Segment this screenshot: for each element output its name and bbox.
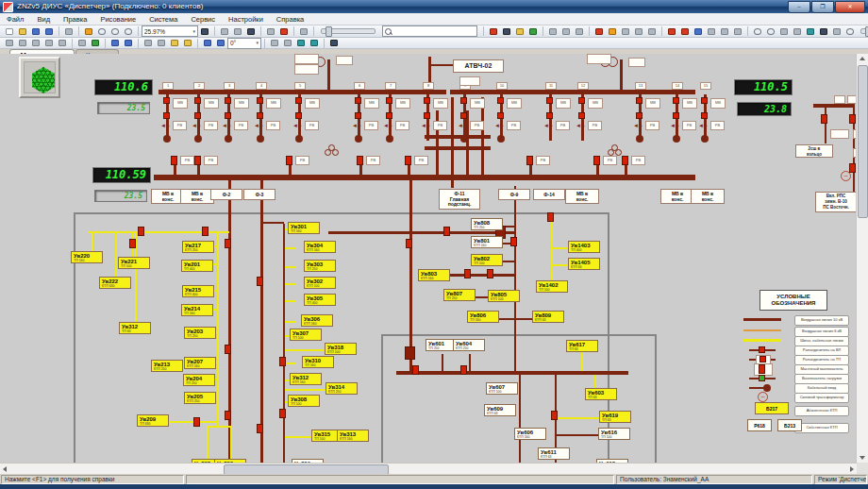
feeder-label-мв в[interactable]: МВ вконс. bbox=[180, 189, 214, 204]
text-red-icon[interactable] bbox=[666, 26, 677, 37]
feeder-label-ф-14[interactable]: Ф-14 bbox=[533, 189, 565, 200]
zoom-in-icon[interactable] bbox=[96, 26, 108, 37]
breaker-block-icon[interactable] bbox=[138, 227, 144, 236]
breaker-icon[interactable] bbox=[295, 97, 302, 104]
breaker-block-icon[interactable] bbox=[129, 239, 136, 248]
copy-icon[interactable] bbox=[156, 38, 167, 48]
breaker-icon[interactable] bbox=[424, 97, 430, 104]
cut-icon[interactable] bbox=[142, 38, 154, 48]
substation-node-ув616[interactable]: Ув616ТП 100 bbox=[598, 428, 630, 440]
view-slider[interactable] bbox=[321, 28, 376, 34]
substation-node-ув204[interactable]: Ув204ТП 250 bbox=[183, 374, 215, 386]
close-button[interactable]: ✕ bbox=[835, 1, 865, 13]
pan-hand-icon[interactable] bbox=[83, 26, 94, 37]
breaker-icon[interactable] bbox=[497, 97, 504, 104]
feeder-label-ф-11[interactable]: Ф-11Главнаяподстанц. bbox=[439, 189, 480, 210]
paste-special-icon[interactable] bbox=[182, 38, 193, 48]
substation-node-ув807[interactable]: Ув807ТП 250 bbox=[443, 289, 476, 301]
title-bar[interactable]: ZNZv5 ДИУС «Диспетчер» (Подключено: 0 кл… bbox=[0, 0, 868, 13]
disconnector-icon[interactable]: ◄► bbox=[383, 123, 392, 128]
substation-node-ув301[interactable]: Ув301ТП 160 bbox=[288, 222, 320, 234]
substation-node-ув310[interactable]: Ув310ТП 160 bbox=[302, 356, 334, 368]
substation-node-ув318[interactable]: Ув318КТП 100 bbox=[325, 343, 357, 355]
save-all-icon[interactable] bbox=[43, 26, 55, 37]
breaker-icon[interactable] bbox=[295, 112, 302, 119]
state-slash-icon[interactable] bbox=[844, 26, 856, 37]
nodes-icon[interactable] bbox=[527, 26, 539, 37]
substation-node-ув303[interactable]: Ув303ТП 250 bbox=[304, 260, 336, 272]
breaker-icon[interactable] bbox=[424, 112, 430, 119]
substation-node-ув619[interactable]: Ув619ТП 63 bbox=[599, 411, 631, 423]
print-preview-icon[interactable] bbox=[63, 26, 75, 37]
menu-item-2[interactable]: Вид bbox=[30, 15, 57, 24]
breaker-block-icon[interactable] bbox=[279, 409, 286, 418]
quick-search-input[interactable] bbox=[382, 25, 477, 37]
substation-node-ув809[interactable]: Ув809КТП 63 bbox=[532, 311, 564, 323]
feeder-label-ф-3[interactable]: Ф-3 bbox=[243, 189, 275, 200]
vertical-scrollbar[interactable] bbox=[856, 54, 868, 463]
breaker-icon[interactable] bbox=[163, 112, 170, 119]
point-icon[interactable] bbox=[17, 38, 28, 48]
send-back-icon[interactable] bbox=[269, 38, 280, 48]
breaker-icon[interactable] bbox=[701, 112, 708, 119]
disconnector-block-icon[interactable] bbox=[405, 156, 411, 165]
breaker-icon[interactable] bbox=[460, 112, 467, 119]
maximize-button[interactable]: ❐ bbox=[811, 1, 834, 13]
layer-del-icon[interactable] bbox=[646, 26, 658, 37]
disconnector-block-icon[interactable] bbox=[526, 156, 533, 165]
opacity-slider[interactable] bbox=[860, 28, 868, 34]
scroll-right-icon[interactable] bbox=[850, 466, 854, 472]
open-icon[interactable] bbox=[17, 26, 28, 37]
breaker-block-icon[interactable] bbox=[225, 345, 231, 354]
menu-item-5[interactable]: Система bbox=[142, 15, 184, 24]
substation-node-ув313[interactable]: Ув313КТП 160 bbox=[337, 430, 369, 442]
layout-icon[interactable] bbox=[232, 26, 243, 37]
disconnector-icon[interactable]: ◄► bbox=[670, 123, 679, 128]
disconnector-block-icon[interactable] bbox=[622, 156, 628, 165]
breaker-block-icon[interactable] bbox=[257, 424, 263, 433]
disconnector-block-icon[interactable] bbox=[171, 156, 177, 165]
substation-node-ув607[interactable]: Ув607КТП 100 bbox=[486, 382, 518, 395]
substation-node-ув609[interactable]: Ув609КТП 63 bbox=[484, 404, 516, 416]
breaker-icon[interactable] bbox=[701, 97, 708, 104]
breaker-icon[interactable] bbox=[355, 97, 361, 104]
substation-node-ув203[interactable]: Ув203ТП 250 bbox=[184, 327, 216, 339]
scroll-left-icon[interactable] bbox=[3, 466, 7, 472]
breaker-icon[interactable] bbox=[194, 97, 201, 104]
substation-node-ув207[interactable]: Ув207КТП 160 bbox=[184, 357, 216, 369]
shield-icon[interactable] bbox=[245, 26, 257, 37]
breaker-icon[interactable] bbox=[673, 97, 679, 104]
pen-icon[interactable] bbox=[501, 26, 512, 37]
breaker-icon[interactable] bbox=[460, 97, 467, 104]
substation-node-ув806[interactable]: Ув806ТП 160 bbox=[467, 311, 499, 323]
disconnector-icon[interactable]: ◄► bbox=[458, 123, 467, 128]
breaker-block-icon[interactable] bbox=[405, 346, 415, 360]
monitor-icon[interactable] bbox=[199, 26, 210, 37]
substation-node-ув314[interactable]: Ув314КТП 250 bbox=[326, 382, 358, 395]
binder-icon[interactable] bbox=[265, 26, 276, 37]
undo-icon[interactable] bbox=[109, 38, 121, 48]
breaker-icon[interactable] bbox=[257, 97, 263, 104]
substation-node-ув217[interactable]: Ув217КТП 250 bbox=[182, 241, 214, 253]
substation-node-ув312[interactable]: Ув312ТП 63 bbox=[119, 322, 151, 334]
disconnector-icon[interactable]: ◄► bbox=[494, 123, 504, 128]
breaker-icon[interactable] bbox=[546, 97, 553, 104]
flip-h-icon[interactable] bbox=[295, 38, 307, 48]
substation-node-ув201[interactable]: Ув201ТП 400 bbox=[181, 260, 213, 272]
substation-node-ув205[interactable]: Ув205КТП 250 bbox=[184, 392, 216, 404]
disconnector-block-icon[interactable] bbox=[357, 156, 363, 165]
rotate-ccw-icon[interactable] bbox=[202, 38, 213, 48]
breaker-icon[interactable] bbox=[355, 112, 361, 119]
breaker-icon[interactable] bbox=[194, 112, 201, 119]
layer-copy-icon[interactable] bbox=[607, 26, 618, 37]
breaker-icon[interactable] bbox=[386, 112, 392, 119]
disconnector-icon[interactable]: ◄► bbox=[222, 123, 231, 128]
menu-item-4[interactable]: Рисование bbox=[93, 15, 142, 24]
state-half-icon[interactable] bbox=[805, 26, 816, 37]
breaker-block-icon[interactable] bbox=[460, 365, 467, 375]
menu-item-1[interactable]: Файл bbox=[0, 15, 30, 24]
disconnector-icon[interactable]: ◄► bbox=[698, 123, 708, 128]
alarm-icon[interactable] bbox=[278, 26, 290, 37]
breaker-block-icon[interactable] bbox=[547, 212, 554, 222]
menu-item-3[interactable]: Правка bbox=[57, 15, 93, 24]
